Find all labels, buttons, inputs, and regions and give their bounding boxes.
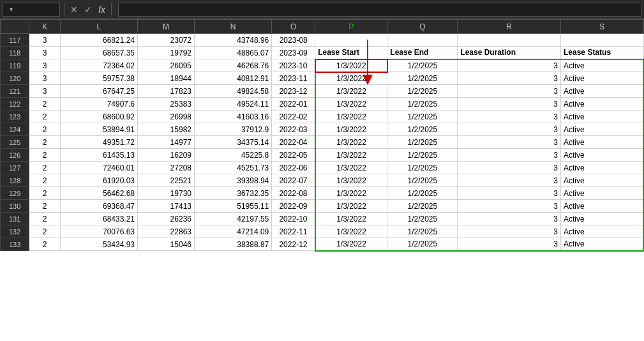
cell-r-130[interactable]: 3 [458,200,561,213]
cell-s-120[interactable]: Active [561,72,643,85]
cell-ref-dropdown-icon[interactable]: ▾ [10,6,13,13]
cell-m-117[interactable]: 23072 [138,34,195,47]
cell-n-131[interactable]: 42197.55 [194,213,271,225]
cell-p-120[interactable]: 1/3/2022 [315,72,387,85]
cell-p-132[interactable]: 1/3/2022 [315,225,387,238]
col-header-p[interactable]: P [315,20,387,34]
cell-o-132[interactable]: 2022-11 [272,225,315,238]
cell-o-123[interactable]: 2022-02 [272,110,315,123]
cell-q-118[interactable]: Lease End [387,47,458,59]
cell-k-129[interactable]: 2 [29,187,61,200]
cell-m-119[interactable]: 26095 [138,59,195,72]
cell-r-129[interactable]: 3 [458,187,561,200]
cell-p-127[interactable]: 1/3/2022 [315,162,387,174]
cell-l-122[interactable]: 74907.6 [60,98,137,110]
cell-q-129[interactable]: 1/2/2025 [387,187,458,200]
cell-k-133[interactable]: 2 [29,238,61,251]
cell-s-129[interactable]: Active [561,187,643,200]
cell-n-128[interactable]: 39398.94 [194,174,271,187]
cell-l-126[interactable]: 61435.13 [60,149,137,162]
cell-k-123[interactable]: 2 [29,110,61,123]
cell-o-126[interactable]: 2022-05 [272,149,315,162]
cell-q-119[interactable]: 1/2/2025 [387,59,458,72]
cell-m-126[interactable]: 16209 [138,149,195,162]
cell-n-124[interactable]: 37912.9 [194,123,271,136]
cell-m-118[interactable]: 19792 [138,47,195,59]
cell-q-128[interactable]: 1/2/2025 [387,174,458,187]
cell-n-129[interactable]: 36732.35 [194,187,271,200]
cell-s-131[interactable]: Active [561,213,643,225]
cell-p-117[interactable] [315,34,387,47]
cell-m-129[interactable]: 19730 [138,187,195,200]
cell-s-126[interactable]: Active [561,149,643,162]
cell-m-125[interactable]: 14977 [138,136,195,149]
cell-l-128[interactable]: 61920.03 [60,174,137,187]
cell-q-123[interactable]: 1/2/2025 [387,110,458,123]
cell-q-125[interactable]: 1/2/2025 [387,136,458,149]
cell-l-125[interactable]: 49351.72 [60,136,137,149]
cell-o-118[interactable]: 2023-09 [272,47,315,59]
cell-s-117[interactable] [561,34,643,47]
cell-n-123[interactable]: 41603.16 [194,110,271,123]
cell-p-125[interactable]: 1/3/2022 [315,136,387,149]
cell-p-133[interactable]: 1/3/2022 [315,238,387,251]
cell-p-119[interactable]: 1/3/2022 [315,59,387,72]
cell-l-130[interactable]: 69368.47 [60,200,137,213]
cell-s-122[interactable]: Active [561,98,643,110]
cell-k-120[interactable]: 3 [29,72,61,85]
cell-r-128[interactable]: 3 [458,174,561,187]
cell-reference-box[interactable]: ▾ [3,3,60,17]
cell-r-132[interactable]: 3 [458,225,561,238]
cell-q-133[interactable]: 1/2/2025 [387,238,458,251]
cell-n-126[interactable]: 45225.8 [194,149,271,162]
col-header-m[interactable]: M [138,20,195,34]
col-header-k[interactable]: K [29,20,61,34]
cell-o-124[interactable]: 2022-03 [272,123,315,136]
cell-o-117[interactable]: 2023-08 [272,34,315,47]
cell-o-120[interactable]: 2023-11 [272,72,315,85]
cell-n-120[interactable]: 40812.91 [194,72,271,85]
cell-r-131[interactable]: 3 [458,213,561,225]
cell-l-118[interactable]: 68657.35 [60,47,137,59]
confirm-formula-icon[interactable]: ✓ [82,4,94,15]
cell-m-131[interactable]: 26236 [138,213,195,225]
cell-r-127[interactable]: 3 [458,162,561,174]
cell-o-127[interactable]: 2022-06 [272,162,315,174]
cell-n-117[interactable]: 43748.96 [194,34,271,47]
cell-p-131[interactable]: 1/3/2022 [315,213,387,225]
cell-k-125[interactable]: 2 [29,136,61,149]
cell-q-126[interactable]: 1/2/2025 [387,149,458,162]
cell-p-128[interactable]: 1/3/2022 [315,174,387,187]
cell-k-126[interactable]: 2 [29,149,61,162]
cell-k-122[interactable]: 2 [29,98,61,110]
cell-r-125[interactable]: 3 [458,136,561,149]
col-header-r[interactable]: R [458,20,561,34]
cell-l-119[interactable]: 72364.02 [60,59,137,72]
cell-p-126[interactable]: 1/3/2022 [315,149,387,162]
cell-l-131[interactable]: 68433.21 [60,213,137,225]
cell-q-131[interactable]: 1/2/2025 [387,213,458,225]
cell-m-132[interactable]: 22863 [138,225,195,238]
cell-s-127[interactable]: Active [561,162,643,174]
cell-n-132[interactable]: 47214.09 [194,225,271,238]
cell-s-121[interactable]: Active [561,85,643,98]
cell-n-130[interactable]: 51955.11 [194,200,271,213]
cell-n-125[interactable]: 34375.14 [194,136,271,149]
col-header-l[interactable]: L [60,20,137,34]
cell-q-120[interactable]: 1/2/2025 [387,72,458,85]
cell-r-117[interactable] [458,34,561,47]
cell-l-124[interactable]: 53894.91 [60,123,137,136]
cell-n-122[interactable]: 49524.11 [194,98,271,110]
cell-n-121[interactable]: 49824.58 [194,85,271,98]
cell-o-125[interactable]: 2022-04 [272,136,315,149]
cell-m-123[interactable]: 26998 [138,110,195,123]
cell-r-119[interactable]: 3 [458,59,561,72]
cell-r-120[interactable]: 3 [458,72,561,85]
cell-l-127[interactable]: 72460.01 [60,162,137,174]
cell-k-131[interactable]: 2 [29,213,61,225]
cell-l-123[interactable]: 68600.92 [60,110,137,123]
cell-r-118[interactable]: Lease Duration [458,47,561,59]
cell-k-130[interactable]: 2 [29,200,61,213]
cell-o-119[interactable]: 2023-10 [272,59,315,72]
col-header-n[interactable]: N [194,20,271,34]
